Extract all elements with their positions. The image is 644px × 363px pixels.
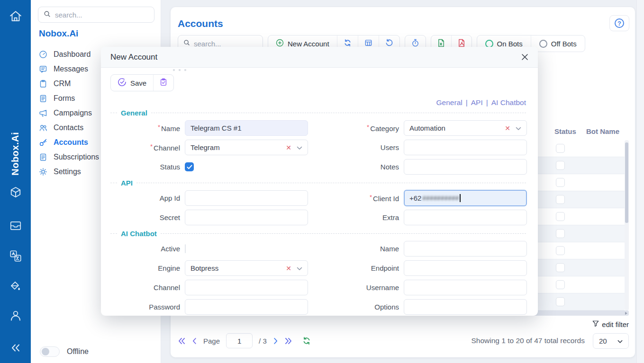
name-field[interactable]: Telegram CS #1 <box>185 120 308 136</box>
app-id-label: App Id <box>110 194 181 202</box>
bot-channel-label: Channel <box>110 283 181 292</box>
scrollbar-thumb[interactable] <box>625 142 628 223</box>
subscription-doc-icon <box>39 153 47 161</box>
options-field[interactable] <box>404 299 527 315</box>
app-id-field[interactable] <box>185 190 308 206</box>
status-checkbox[interactable] <box>185 162 194 171</box>
funnel-icon <box>592 320 599 328</box>
channel-select[interactable]: Telegram ✕ <box>185 140 308 155</box>
first-page-icon[interactable] <box>178 337 186 345</box>
messages-icon <box>39 65 47 73</box>
paint-drop-icon[interactable] <box>0 280 31 293</box>
rail-sidebar: Nobox.Ai <box>0 0 31 363</box>
last-page-icon[interactable] <box>284 337 292 345</box>
save-button[interactable]: Save <box>111 75 153 91</box>
column-header-bot-name[interactable]: Bot Name <box>586 127 619 135</box>
radio-off-icon <box>539 40 547 48</box>
clipboard-check-icon <box>159 78 168 88</box>
form-row: Active Name <box>110 241 526 257</box>
close-icon[interactable] <box>521 53 528 61</box>
new-account-modal: New Account Save General|API|AI Chatbot … <box>101 47 538 316</box>
endpoint-field[interactable] <box>404 260 527 276</box>
notes-field[interactable] <box>404 159 527 175</box>
megaphone-icon <box>39 109 47 117</box>
form-row: *Channel Telegram ✕ Users <box>110 140 526 155</box>
page-size-select[interactable]: 20 <box>593 333 629 349</box>
prev-page-icon[interactable] <box>192 337 197 345</box>
bot-name-label: Name <box>312 245 399 253</box>
client-id-field[interactable]: +62########## <box>404 190 527 206</box>
row-status-checkbox[interactable] <box>556 263 565 272</box>
row-status-checkbox[interactable] <box>556 212 565 221</box>
save-and-close-button[interactable] <box>153 75 173 91</box>
modal-toolbar: Save <box>110 74 174 91</box>
modal-header: New Account <box>101 47 538 68</box>
people-icon <box>39 124 47 132</box>
dashboard-icon <box>39 50 47 59</box>
document-lines-icon <box>39 94 47 103</box>
column-header-status[interactable]: Status <box>554 127 576 135</box>
row-status-checkbox[interactable] <box>556 195 565 204</box>
clear-icon[interactable]: ✕ <box>286 144 291 151</box>
nav-link-api[interactable]: API <box>471 98 483 106</box>
form-row: Engine Botpress ✕ Endpoint <box>110 260 526 276</box>
chevron-down-icon <box>516 124 521 132</box>
username-field[interactable] <box>404 280 527 295</box>
row-status-checkbox[interactable] <box>556 178 565 187</box>
users-label: Users <box>312 143 399 151</box>
password-field[interactable] <box>185 299 308 315</box>
form-row: Password Options <box>110 299 526 315</box>
offline-toggle[interactable] <box>40 346 60 357</box>
extra-field[interactable] <box>404 210 527 225</box>
next-page-icon[interactable] <box>273 337 278 345</box>
bot-channel-field[interactable] <box>185 280 308 295</box>
category-select[interactable]: Automation ✕ <box>404 120 527 136</box>
collapse-sidebar-icon[interactable] <box>0 342 31 354</box>
modal-body: Save General|API|AI Chatbot General *Nam… <box>101 68 538 316</box>
row-status-checkbox[interactable] <box>556 246 565 255</box>
bot-name-field[interactable] <box>404 241 527 257</box>
help-button[interactable]: ? <box>609 15 629 31</box>
pagination: Page / 3 <box>178 333 311 348</box>
check-circle-icon <box>118 78 127 88</box>
refresh-icon[interactable] <box>302 336 311 345</box>
clear-icon[interactable]: ✕ <box>505 124 510 132</box>
endpoint-label: Endpoint <box>312 264 399 272</box>
chevron-down-icon <box>297 143 302 151</box>
active-checkbox[interactable] <box>185 244 186 253</box>
table-vertical-scrollbar[interactable] <box>625 140 629 310</box>
text-cursor <box>460 194 461 202</box>
row-status-checkbox[interactable] <box>556 280 565 289</box>
form-row: Secret Extra <box>110 210 526 225</box>
key-icon <box>39 138 47 147</box>
records-summary: Showing 1 to 20 of 47 total records 20 <box>471 333 629 349</box>
form-row: *Name Telegram CS #1 *Category Automatio… <box>110 120 526 136</box>
users-field[interactable] <box>404 140 527 155</box>
sidebar-search-input[interactable] <box>55 11 149 19</box>
table-search-input[interactable] <box>194 40 257 48</box>
engine-select[interactable]: Botpress ✕ <box>185 260 308 276</box>
home-icon[interactable] <box>0 9 31 24</box>
status-label: Status <box>110 163 181 171</box>
page-label: Page <box>203 337 220 345</box>
page-scrollbar[interactable] <box>636 0 644 363</box>
offline-label: Offline <box>67 347 89 356</box>
user-icon[interactable] <box>0 309 31 322</box>
row-status-checkbox[interactable] <box>556 161 565 170</box>
off-bots-radio[interactable]: Off Bots <box>531 35 585 52</box>
row-status-checkbox[interactable] <box>556 297 565 306</box>
nav-link-general[interactable]: General <box>436 98 463 106</box>
row-status-checkbox[interactable] <box>556 229 565 238</box>
page-number-input[interactable] <box>226 333 253 348</box>
row-status-checkbox[interactable] <box>556 144 565 153</box>
translate-icon[interactable] <box>0 249 31 263</box>
package-icon[interactable] <box>0 186 31 200</box>
sidebar-search[interactable] <box>38 7 154 23</box>
clear-icon[interactable]: ✕ <box>286 265 291 272</box>
secret-field[interactable] <box>185 210 308 225</box>
nav-link-ai-chatbot[interactable]: AI Chatbot <box>491 98 526 106</box>
edit-filter-button[interactable]: edit filter <box>592 320 629 328</box>
modal-title: New Account <box>110 53 157 62</box>
inbox-icon[interactable] <box>0 219 31 232</box>
drag-handle-dots <box>173 69 186 71</box>
